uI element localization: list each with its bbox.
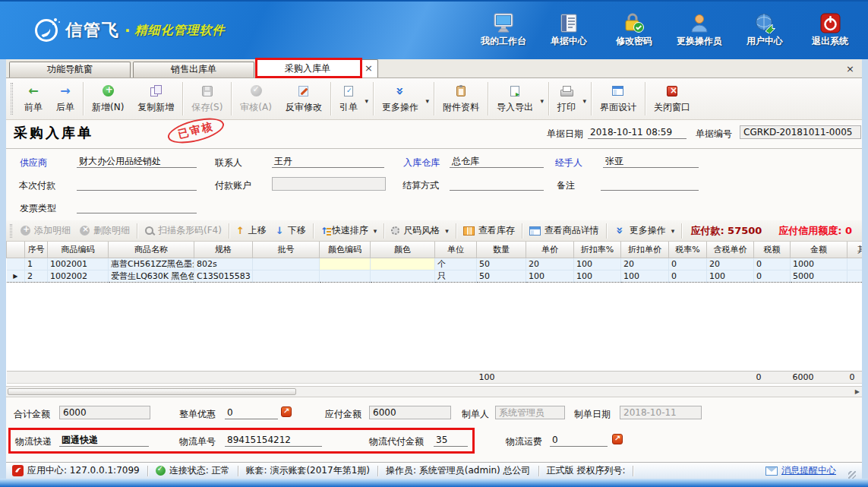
column-header[interactable]: 规格 xyxy=(194,242,253,258)
table-row[interactable]: ▶21002002爱普生LQ630K 黑色色C13S015583只5010010… xyxy=(7,270,863,282)
table-cell[interactable]: 20 xyxy=(526,258,574,270)
dropdown-arrow-icon[interactable]: ▾ xyxy=(445,227,449,235)
column-header[interactable]: 批号 xyxy=(253,242,320,258)
grid-button-more-actions[interactable]: 更多操作▾ xyxy=(609,223,680,239)
table-cell[interactable]: 惠普CH561ZZ黑色墨盒 xyxy=(109,258,194,270)
table-cell[interactable]: C13S015583 xyxy=(194,270,253,282)
toolbar-button-new-doc[interactable]: 新增(N) xyxy=(85,81,131,117)
column-header[interactable]: 商品编码 xyxy=(48,242,109,258)
scroll-right-arrow[interactable]: ▶ xyxy=(855,388,860,395)
tab-close-icon[interactable]: × xyxy=(365,60,373,77)
table-cell[interactable]: 0 xyxy=(754,258,791,270)
dropdown-arrow-icon[interactable]: ▾ xyxy=(425,97,429,105)
row-selector[interactable] xyxy=(7,258,25,270)
discount-adjust-icon[interactable] xyxy=(281,406,292,417)
table-cell[interactable]: 1000 xyxy=(791,258,847,270)
table-cell[interactable]: 5000 xyxy=(791,270,847,282)
header-action-workstation[interactable]: 我的工作台 xyxy=(476,13,531,48)
table-cell[interactable]: 802s xyxy=(194,258,253,270)
header-action-switch-operator[interactable]: 更换操作员 xyxy=(672,13,727,48)
table-cell[interactable]: 1 xyxy=(25,258,48,270)
tabstrip-close-icon[interactable]: × xyxy=(843,63,857,74)
toolbar-button-prev-doc[interactable]: 前单 xyxy=(17,81,49,117)
dropdown-arrow-icon[interactable]: ▾ xyxy=(365,97,368,105)
table-cell[interactable]: 0 xyxy=(669,258,707,270)
toolbar-button-more-actions[interactable]: 更多操作▾ xyxy=(375,81,432,117)
express-field[interactable]: 圆通快递 xyxy=(59,434,149,447)
column-header[interactable]: 折扣率% xyxy=(574,242,621,258)
column-header[interactable]: 商品名称 xyxy=(109,242,194,258)
grid-button-size-style[interactable]: 尺码风格▾ xyxy=(387,223,453,239)
column-header[interactable]: 税率% xyxy=(669,242,707,258)
toolbar-button-ref-doc[interactable]: 引单▾ xyxy=(333,81,371,117)
tab-采购入库单[interactable]: 采购入库单× xyxy=(257,59,378,77)
column-header[interactable]: 颜色 xyxy=(371,242,435,258)
toolbar-button-next-doc[interactable]: 后单 xyxy=(49,81,81,117)
table-cell[interactable] xyxy=(253,270,320,282)
payment-field[interactable] xyxy=(77,178,197,191)
table-cell[interactable]: 0 xyxy=(754,270,791,282)
tab-销售出库单[interactable]: 销售出库单 xyxy=(133,62,254,77)
table-cell[interactable] xyxy=(320,258,371,270)
table-cell[interactable] xyxy=(847,270,863,282)
table-cell[interactable] xyxy=(847,258,863,270)
table-cell[interactable]: 0 xyxy=(669,270,707,282)
supplier-field[interactable]: 财大办公用品经销处 xyxy=(77,155,197,168)
column-header[interactable]: 税额 xyxy=(754,242,791,258)
column-header[interactable]: 其他费 xyxy=(847,242,863,258)
column-header[interactable]: 单位 xyxy=(435,242,477,258)
table-cell[interactable]: 50 xyxy=(477,258,526,270)
grid-button-move-down[interactable]: 下移 xyxy=(271,223,311,239)
toolbar-button-unaudit[interactable]: 反审修改 xyxy=(279,81,329,117)
table-cell[interactable] xyxy=(253,258,320,270)
contact-field[interactable]: 王丹 xyxy=(272,155,384,168)
header-action-document-center[interactable]: 单据中心 xyxy=(541,13,596,48)
table-cell[interactable] xyxy=(320,270,371,282)
statusbar-item-5[interactable]: 消息提醒中心 xyxy=(765,464,836,477)
table-cell[interactable]: 100 xyxy=(621,270,669,282)
toolbar-button-close-window[interactable]: 关闭窗口 xyxy=(647,81,697,117)
statusbar-text[interactable]: 消息提醒中心 xyxy=(781,464,836,477)
column-header[interactable]: 序号 xyxy=(25,242,48,258)
grid-button-move-up[interactable]: 上移 xyxy=(232,223,271,239)
dropdown-arrow-icon[interactable]: ▾ xyxy=(540,97,544,105)
doc-date-field[interactable]: 2018-10-11 08:59 xyxy=(588,126,687,139)
table-cell[interactable]: 1002001 xyxy=(48,258,109,270)
grid-button-view-stock[interactable]: 查看库存 xyxy=(459,223,519,239)
scrollbar-thumb[interactable] xyxy=(8,388,296,395)
table-cell[interactable]: 1002002 xyxy=(48,270,109,282)
grid-button-quick-sort[interactable]: 快速排序▾ xyxy=(316,223,382,239)
row-selector[interactable]: ▶ xyxy=(7,270,25,282)
invoice-type-field[interactable] xyxy=(77,201,197,213)
freight-adjust-icon[interactable] xyxy=(612,434,623,444)
discount-field[interactable]: 0 xyxy=(225,406,278,419)
grid-toolbar-grip[interactable] xyxy=(10,224,12,238)
tab-功能导航窗[interactable]: 功能导航窗 xyxy=(9,62,131,77)
dropdown-arrow-icon[interactable]: ▾ xyxy=(374,227,377,235)
table-cell[interactable] xyxy=(371,270,435,282)
table-cell[interactable]: 100 xyxy=(707,270,754,282)
table-cell[interactable]: 只 xyxy=(435,270,477,282)
resize-grip[interactable] xyxy=(848,471,856,479)
table-cell[interactable]: 个 xyxy=(435,258,477,270)
column-header[interactable]: 金额 xyxy=(791,242,847,258)
freight-field[interactable]: 0 xyxy=(550,434,608,447)
table-cell[interactable]: 2 xyxy=(25,270,48,282)
table-cell[interactable]: 50 xyxy=(477,270,526,282)
column-header[interactable]: 折扣单价 xyxy=(621,242,669,258)
table-cell[interactable]: 100 xyxy=(574,270,621,282)
table-row[interactable]: 11002001惠普CH561ZZ黑色墨盒802s个50201002002001… xyxy=(7,258,863,270)
warehouse-field[interactable]: 总仓库 xyxy=(450,155,544,168)
toolbar-button-import-export[interactable]: 导入导出▾ xyxy=(490,81,547,117)
column-header[interactable]: 颜色编码 xyxy=(320,242,371,258)
column-header[interactable]: 数量 xyxy=(477,242,526,258)
settlement-field[interactable] xyxy=(450,178,544,191)
column-header[interactable]: 单价 xyxy=(526,242,574,258)
cod-amount-field[interactable]: 35 xyxy=(434,434,468,447)
header-action-exit-system[interactable]: 退出系统 xyxy=(803,13,857,48)
table-cell[interactable]: 爱普生LQ630K 黑色色 xyxy=(109,270,194,282)
dropdown-arrow-icon[interactable]: ▾ xyxy=(671,227,675,235)
toolbar-button-copy-new[interactable]: 复制新增 xyxy=(131,81,181,117)
dropdown-arrow-icon[interactable]: ▾ xyxy=(582,97,586,105)
header-action-user-center[interactable]: 用户中心 xyxy=(737,13,792,48)
